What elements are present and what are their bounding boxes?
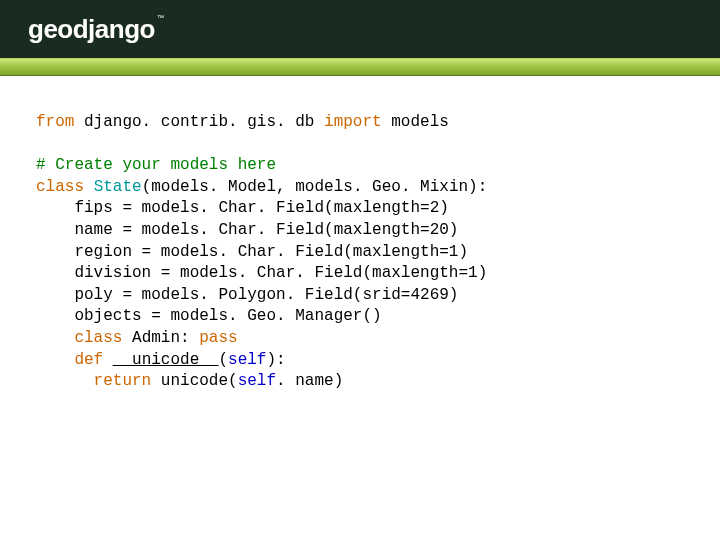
kw-pass: pass	[199, 329, 237, 347]
class-name: State	[94, 178, 142, 196]
code-block: from django. contrib. gis. db import mod…	[0, 76, 720, 393]
slide-header: geodjango™	[0, 0, 720, 58]
class-bases: (models. Model, models. Geo. Mixin):	[142, 178, 488, 196]
module-path: django. contrib. gis. db	[74, 113, 324, 131]
field-name: name = models. Char. Field(maxlength=20)	[36, 221, 458, 239]
accent-bar	[0, 58, 720, 76]
kw-class-inner: class	[74, 329, 122, 347]
kw-return: return	[94, 372, 152, 390]
comment-line: # Create your models here	[36, 156, 276, 174]
kw-def: def	[74, 351, 103, 369]
logo: geodjango™	[28, 14, 163, 45]
field-region: region = models. Char. Field(maxlength=1…	[36, 243, 468, 261]
kw-import: import	[324, 113, 382, 131]
field-fips: fips = models. Char. Field(maxlength=2)	[36, 199, 449, 217]
field-poly: poly = models. Polygon. Field(srid=4269)	[36, 286, 458, 304]
import-name: models	[382, 113, 449, 131]
field-division: division = models. Char. Field(maxlength…	[36, 264, 487, 282]
field-objects: objects = models. Geo. Manager()	[36, 307, 382, 325]
kw-from: from	[36, 113, 74, 131]
logo-tm: ™	[157, 14, 164, 21]
method-name: __unicode__	[113, 351, 219, 369]
kw-self: self	[228, 351, 266, 369]
kw-class: class	[36, 178, 84, 196]
kw-self-2: self	[238, 372, 276, 390]
logo-text: geodjango	[28, 14, 155, 44]
admin-rest: Admin:	[122, 329, 199, 347]
